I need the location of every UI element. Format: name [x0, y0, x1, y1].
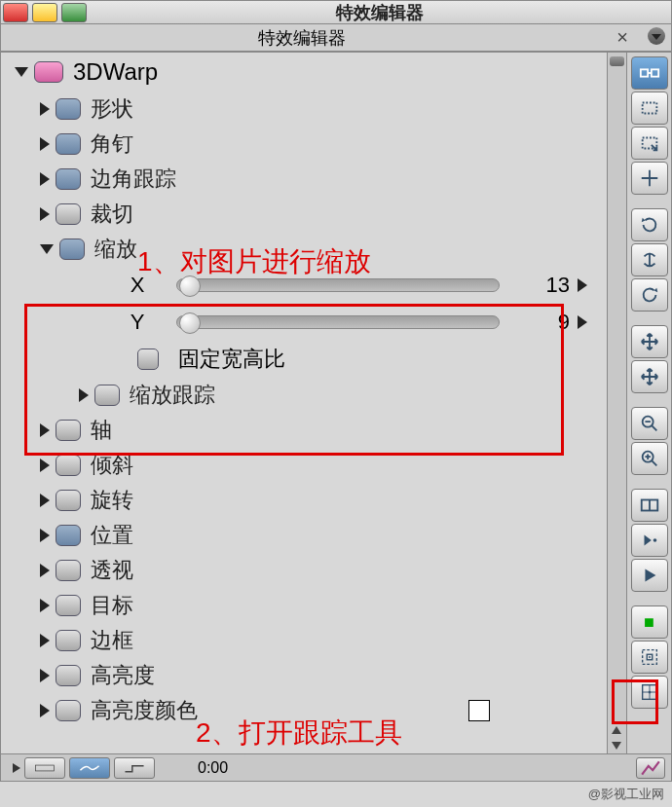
tree-item-target[interactable]: 目标	[1, 588, 607, 623]
disclosure-down-icon[interactable]	[40, 244, 54, 254]
tree-label: 缩放跟踪	[130, 381, 215, 410]
disclosure-right-icon[interactable]	[40, 669, 50, 682]
slider-x[interactable]	[176, 278, 500, 292]
disclosure-right-icon[interactable]	[40, 564, 50, 577]
mode-linear[interactable]	[24, 757, 65, 779]
param-keyframe-icon[interactable]	[56, 595, 81, 616]
tree-label: 轴	[91, 416, 112, 445]
tool-split-view[interactable]	[631, 489, 668, 522]
minimize-button[interactable]	[32, 3, 57, 22]
svg-point-13	[648, 691, 651, 694]
disclosure-right-icon[interactable]	[40, 423, 50, 437]
mode-curve[interactable]	[69, 757, 110, 779]
param-keyframe-icon[interactable]	[56, 420, 81, 441]
color-swatch[interactable]	[468, 700, 490, 721]
svg-rect-0	[640, 69, 647, 76]
tree-item-scale[interactable]: 缩放	[1, 232, 607, 267]
disclosure-right-icon[interactable]	[40, 494, 50, 507]
mode-step[interactable]	[114, 757, 155, 779]
tool-play-keyframe[interactable]	[631, 524, 668, 557]
param-keyframe-icon[interactable]	[56, 168, 81, 190]
tab-dropdown[interactable]	[642, 27, 671, 49]
disclosure-right-icon[interactable]	[40, 207, 50, 221]
disclosure-right-icon[interactable]	[40, 102, 50, 116]
tree-item-position[interactable]: 位置	[1, 518, 607, 553]
tree-root[interactable]: 3DWarp	[1, 53, 607, 92]
tool-tracking[interactable]	[631, 641, 668, 674]
slider-knob[interactable]	[179, 312, 201, 334]
param-keyframe-icon[interactable]	[56, 665, 81, 686]
param-keyframe-icon[interactable]	[56, 455, 81, 476]
tool-scale-rect[interactable]	[631, 127, 668, 160]
param-keyframe-icon[interactable]	[56, 700, 81, 721]
tab-effects-editor[interactable]: 特效编辑器	[1, 26, 603, 50]
disclosure-right-icon[interactable]	[40, 599, 50, 612]
scroll-thumb[interactable]	[610, 56, 624, 66]
value-y[interactable]: 9	[519, 310, 578, 335]
disclosure-right-icon[interactable]	[40, 172, 50, 186]
tree-item-scale-track[interactable]: 缩放跟踪	[1, 378, 607, 413]
param-lock-aspect[interactable]: 固定宽高比	[1, 341, 607, 378]
scroll-up-icon[interactable]	[612, 726, 621, 734]
tree-item-crop[interactable]: 裁切	[1, 197, 607, 232]
tool-green[interactable]: ■	[631, 605, 668, 639]
scrollbar[interactable]	[608, 52, 627, 754]
tree-item-highlight[interactable]: 高亮度	[1, 658, 607, 693]
disclosure-right-icon[interactable]	[40, 137, 50, 151]
close-button[interactable]	[3, 3, 28, 22]
svg-rect-14	[35, 765, 54, 771]
tool-zoom-in[interactable]	[631, 442, 668, 475]
tool-move[interactable]	[631, 325, 668, 358]
disclosure-right-icon[interactable]	[40, 459, 50, 472]
disclosure-right-icon[interactable]	[40, 704, 50, 717]
param-keyframe-icon[interactable]	[56, 98, 81, 120]
tool-rotate-cw[interactable]	[631, 208, 668, 241]
slider-knob[interactable]	[179, 275, 201, 297]
param-keyframe-icon[interactable]	[94, 385, 120, 406]
stepper-icon[interactable]	[578, 315, 587, 329]
tree-item-highlight-color[interactable]: 高亮度颜色	[1, 693, 607, 728]
graph-button[interactable]	[636, 757, 665, 779]
param-keyframe-icon[interactable]	[56, 133, 81, 155]
stepper-icon[interactable]	[578, 278, 587, 292]
effect-panel: 3DWarp 形状 角钉 边角跟踪 裁切 缩放 X	[0, 52, 608, 754]
checkbox-icon[interactable]	[137, 348, 159, 370]
param-scale-x: X 13	[1, 267, 607, 304]
param-keyframe-icon[interactable]	[56, 560, 81, 581]
slider-y[interactable]	[176, 315, 500, 329]
disclosure-right-icon[interactable]	[40, 529, 50, 542]
param-keyframe-icon[interactable]	[56, 203, 81, 225]
tool-transition[interactable]	[631, 56, 668, 90]
tool-outline[interactable]	[631, 92, 668, 125]
tool-zoom-out[interactable]	[631, 407, 668, 440]
disclosure-right-icon[interactable]	[40, 634, 50, 647]
scroll-down-icon[interactable]	[612, 742, 621, 750]
play-icon[interactable]	[13, 763, 20, 773]
tree-item-skew[interactable]: 倾斜	[1, 448, 607, 483]
tool-grid[interactable]	[631, 676, 668, 709]
tool-rotate-ccw[interactable]	[631, 278, 668, 312]
tool-crosshair[interactable]	[631, 162, 668, 195]
tree-item-rotate[interactable]: 旋转	[1, 483, 607, 518]
tree-item-corner-track[interactable]: 边角跟踪	[1, 162, 607, 197]
value-x[interactable]: 13	[519, 273, 578, 298]
param-keyframe-icon[interactable]	[59, 238, 85, 260]
param-keyframe-icon[interactable]	[56, 630, 81, 651]
tab-close-icon[interactable]: ×	[603, 26, 642, 49]
tree-label: 裁切	[91, 200, 133, 229]
maximize-button[interactable]	[61, 3, 87, 22]
disclosure-right-icon[interactable]	[79, 388, 89, 402]
tree-label: 边角跟踪	[91, 165, 176, 194]
param-keyframe-icon[interactable]	[56, 490, 81, 511]
param-keyframe-icon[interactable]	[56, 525, 81, 546]
tree-label: 旋转	[91, 486, 133, 515]
tree-item-axis[interactable]: 轴	[1, 413, 607, 448]
tree-item-border[interactable]: 边框	[1, 623, 607, 658]
tool-play[interactable]	[631, 559, 668, 592]
tool-rotate-axis[interactable]	[631, 243, 668, 276]
tree-item-perspective[interactable]: 透视	[1, 553, 607, 588]
tree-item-pin[interactable]: 角钉	[1, 127, 607, 162]
tree-item-shape[interactable]: 形状	[1, 92, 607, 127]
disclosure-down-icon[interactable]	[15, 67, 28, 77]
tool-move-center[interactable]	[631, 360, 668, 393]
